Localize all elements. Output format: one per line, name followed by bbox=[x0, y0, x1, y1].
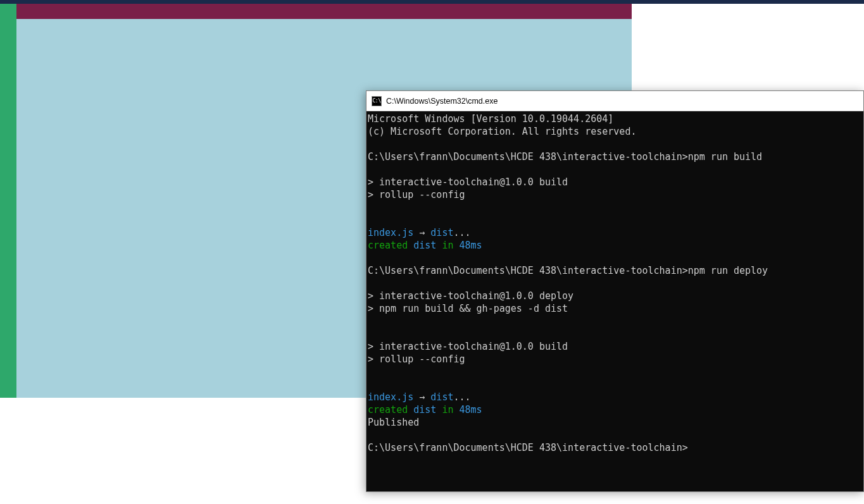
terminal-line bbox=[368, 201, 862, 214]
background-window-titlebar[interactable] bbox=[16, 4, 632, 19]
terminal-line: > interactive-toolchain@1.0.0 deploy bbox=[368, 290, 862, 302]
terminal-line: C:\Users\frann\Documents\HCDE 438\intera… bbox=[368, 441, 862, 454]
terminal-line bbox=[368, 277, 862, 290]
cmd-window[interactable]: C:\ C:\Windows\System32\cmd.exe Microsof… bbox=[366, 90, 864, 492]
terminal-line: C:\Users\frann\Documents\HCDE 438\intera… bbox=[368, 151, 862, 163]
terminal-line bbox=[368, 328, 862, 340]
terminal-line: created dist in 48ms bbox=[368, 403, 862, 416]
terminal-line bbox=[368, 366, 862, 378]
terminal-line bbox=[368, 214, 862, 226]
terminal-line bbox=[368, 252, 862, 264]
background-window-left-edge bbox=[0, 4, 16, 398]
cmd-terminal-output[interactable]: Microsoft Windows [Version 10.0.19044.26… bbox=[366, 111, 863, 491]
terminal-line bbox=[368, 315, 862, 328]
terminal-line: created dist in 48ms bbox=[368, 239, 862, 252]
cmd-icon: C:\ bbox=[372, 96, 382, 106]
terminal-line: C:\Users\frann\Documents\HCDE 438\intera… bbox=[368, 264, 862, 277]
terminal-line: index.js → dist... bbox=[368, 391, 862, 403]
cmd-titlebar[interactable]: C:\ C:\Windows\System32\cmd.exe bbox=[366, 91, 863, 111]
terminal-line bbox=[368, 378, 862, 391]
terminal-line: > interactive-toolchain@1.0.0 build bbox=[368, 340, 862, 353]
terminal-line: > rollup --config bbox=[368, 353, 862, 366]
terminal-line: Microsoft Windows [Version 10.0.19044.26… bbox=[368, 113, 862, 125]
terminal-line bbox=[368, 163, 862, 176]
terminal-line: index.js → dist... bbox=[368, 226, 862, 239]
terminal-line: (c) Microsoft Corporation. All rights re… bbox=[368, 125, 862, 138]
terminal-line bbox=[368, 138, 862, 151]
terminal-line bbox=[368, 429, 862, 441]
terminal-line: Published bbox=[368, 416, 862, 429]
terminal-line: > rollup --config bbox=[368, 188, 862, 201]
cmd-window-title: C:\Windows\System32\cmd.exe bbox=[386, 97, 498, 106]
terminal-line: > interactive-toolchain@1.0.0 build bbox=[368, 176, 862, 188]
terminal-line: > npm run build && gh-pages -d dist bbox=[368, 302, 862, 315]
